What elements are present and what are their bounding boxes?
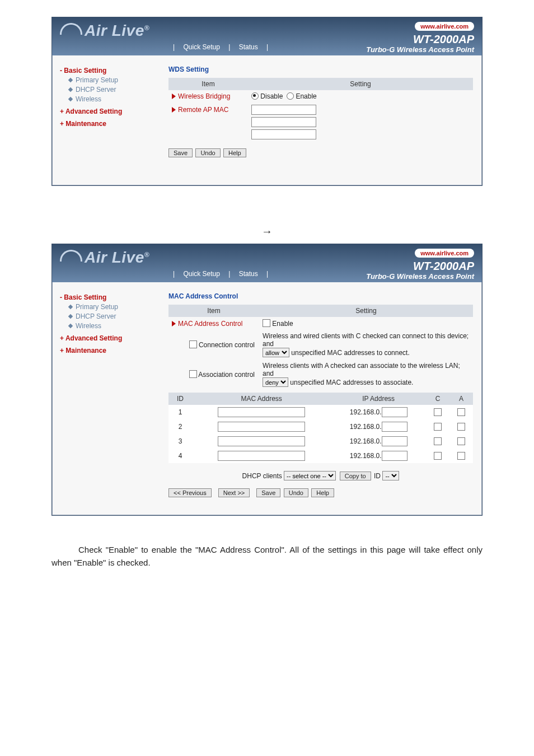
connection-control-checkbox[interactable] (189, 340, 197, 348)
help-button[interactable]: Help (311, 488, 334, 497)
row-mac-address-control: MAC Address Control (178, 320, 242, 328)
sidebar-advanced-setting[interactable]: + Advanced Setting (60, 108, 161, 115)
model: WT-2000AP (413, 260, 474, 273)
sidebar-advanced-setting[interactable]: + Advanced Setting (60, 334, 161, 342)
model: WT-2000AP (413, 33, 474, 46)
header-tabs: | Quick Setup | Status | (170, 43, 271, 51)
copy-to-button[interactable]: Copy to (340, 472, 371, 480)
tab-status[interactable]: Status (239, 43, 258, 51)
sidebar-item-dhcp-server[interactable]: DHCP Server (69, 312, 161, 320)
page-title: WDS Setting (168, 66, 473, 73)
col-a: A (449, 393, 473, 405)
col-item: Item (168, 78, 248, 90)
mac-input[interactable] (218, 451, 305, 461)
logo-arc-icon (60, 250, 82, 262)
row-wireless-bridging: Wireless Bridging (178, 92, 230, 100)
next-button[interactable]: Next >> (218, 488, 250, 497)
a-checkbox[interactable] (457, 452, 465, 460)
sidebar-maintenance[interactable]: + Maintenance (60, 120, 161, 128)
c-checkbox[interactable] (434, 423, 442, 431)
ip-suffix-input[interactable] (382, 451, 407, 461)
a-checkbox[interactable] (457, 423, 465, 431)
mac-card: Air Live® www.airlive.com WT-2000AP Turb… (51, 244, 483, 516)
url-pill[interactable]: www.airlive.com (415, 22, 474, 31)
logo-text: Air Live (85, 249, 144, 266)
col-setting: Setting (259, 305, 473, 317)
row-association-control: Association control (198, 371, 255, 379)
col-id: ID (168, 393, 192, 405)
table-row: 3 192.168.0. (168, 434, 473, 449)
sidebar-basic-setting[interactable]: - Basic Setting (60, 293, 161, 301)
diamond-icon (68, 87, 73, 92)
help-button[interactable]: Help (223, 148, 246, 157)
c-checkbox[interactable] (434, 408, 442, 416)
logo-reg: ® (144, 24, 149, 32)
arrow-down-icon: → (51, 225, 483, 238)
radio-disable[interactable] (251, 92, 259, 100)
association-policy-select[interactable]: deny (263, 377, 288, 387)
copy-to-id-select[interactable]: -- (382, 471, 399, 480)
logo-reg: ® (144, 251, 149, 259)
undo-button[interactable]: Undo (195, 148, 220, 157)
sidebar: - Basic Setting Primary Setup DHCP Serve… (52, 282, 166, 515)
sidebar-item-wireless[interactable]: Wireless (69, 95, 161, 103)
logo: Air Live® (60, 249, 149, 267)
table-row: 1 192.168.0. (168, 405, 473, 419)
id-label: ID (374, 472, 381, 480)
sidebar-basic-setting[interactable]: - Basic Setting (60, 67, 161, 74)
mac-input[interactable] (218, 407, 305, 417)
connection-policy-select[interactable]: allow (263, 348, 289, 357)
tab-status[interactable]: Status (239, 270, 258, 278)
triangle-icon (172, 107, 176, 113)
header: Air Live® www.airlive.com WT-2000AP Turb… (52, 244, 482, 282)
url-pill[interactable]: www.airlive.com (415, 249, 474, 258)
c-checkbox[interactable] (434, 437, 442, 445)
col-c: C (426, 393, 449, 405)
row-remote-ap-mac: Remote AP MAC (178, 106, 228, 114)
mac-input[interactable] (218, 436, 305, 446)
triangle-icon (172, 94, 176, 99)
tab-quick-setup[interactable]: Quick Setup (183, 270, 219, 278)
diamond-icon (68, 305, 73, 309)
remote-ap-mac-input-1[interactable] (251, 105, 316, 115)
sidebar-maintenance[interactable]: + Maintenance (60, 347, 161, 354)
association-control-checkbox[interactable] (189, 370, 197, 378)
remote-ap-mac-input-3[interactable] (251, 129, 316, 139)
table-row: 4 192.168.0. (168, 449, 473, 463)
c-checkbox[interactable] (434, 452, 442, 460)
dhcp-clients-label: DHCP clients (242, 472, 282, 480)
row-connection-control: Connection control (199, 341, 255, 349)
sidebar-item-dhcp-server[interactable]: DHCP Server (69, 86, 161, 94)
a-checkbox[interactable] (457, 437, 465, 445)
save-button[interactable]: Save (256, 488, 280, 497)
sidebar-item-primary-setup[interactable]: Primary Setup (69, 303, 161, 311)
col-mac-address: MAC Address (192, 393, 331, 405)
tagline: Turbo-G Wireless Access Point (366, 45, 474, 54)
logo-arc-icon (60, 23, 82, 35)
remote-ap-mac-input-2[interactable] (251, 117, 316, 127)
enable-checkbox[interactable] (263, 319, 270, 327)
ip-suffix-input[interactable] (382, 422, 407, 432)
sidebar-item-primary-setup[interactable]: Primary Setup (69, 76, 161, 84)
triangle-icon (172, 321, 176, 326)
previous-button[interactable]: << Previous (168, 488, 212, 497)
a-checkbox[interactable] (457, 408, 465, 416)
tab-quick-setup[interactable]: Quick Setup (183, 43, 219, 51)
table-row: 2 192.168.0. (168, 419, 473, 434)
col-ip-address: IP Address (331, 393, 426, 405)
logo: Air Live® (60, 22, 149, 40)
ip-suffix-input[interactable] (382, 436, 407, 446)
dhcp-clients-select[interactable]: -- select one -- (284, 471, 336, 480)
undo-button[interactable]: Undo (284, 488, 308, 497)
diamond-icon (68, 314, 73, 319)
logo-text: Air Live (85, 22, 144, 39)
footer-paragraph: Check "Enable" to enable the "MAC Addres… (51, 544, 483, 569)
mac-input[interactable] (218, 422, 305, 432)
sidebar-item-wireless[interactable]: Wireless (69, 322, 161, 330)
radio-enable[interactable] (287, 92, 294, 100)
col-item: Item (168, 305, 259, 317)
page-title: MAC Address Control (168, 292, 473, 300)
save-button[interactable]: Save (168, 148, 193, 157)
sidebar: - Basic Setting Primary Setup DHCP Serve… (52, 55, 166, 185)
ip-suffix-input[interactable] (382, 407, 407, 417)
